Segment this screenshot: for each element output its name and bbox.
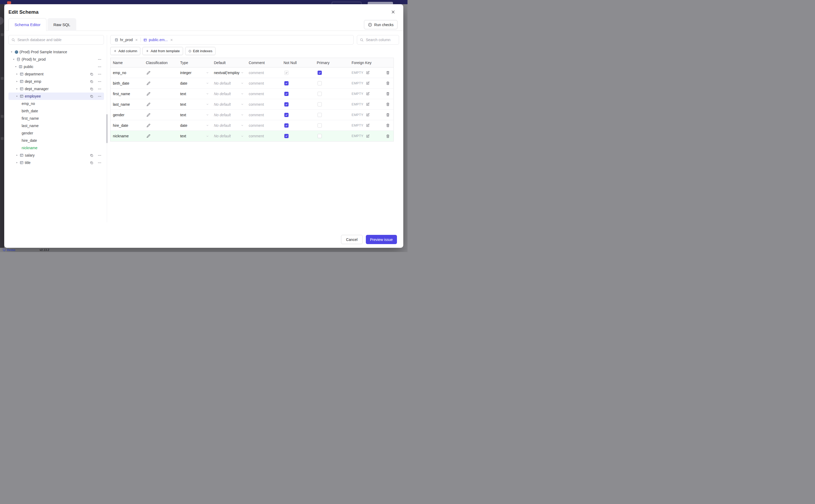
comment-input[interactable]: [249, 113, 277, 117]
classification-edit-button[interactable]: [146, 123, 151, 128]
delete-column-button[interactable]: [385, 70, 390, 75]
delete-column-button[interactable]: [385, 80, 390, 86]
delete-column-button[interactable]: [385, 91, 390, 96]
type-select[interactable]: date: [178, 81, 211, 85]
default-select[interactable]: No default: [211, 113, 246, 117]
copy-icon[interactable]: [89, 94, 94, 99]
tree-item-table-title[interactable]: title: [8, 159, 104, 166]
tree-item-column-hire-date[interactable]: hire_date: [8, 137, 104, 144]
copy-icon[interactable]: [89, 160, 94, 165]
default-select[interactable]: nextval('employ: [211, 71, 246, 75]
classification-edit-button[interactable]: [146, 133, 151, 139]
tree-item-column-birth-date[interactable]: birth_date: [8, 107, 104, 115]
classification-edit-button[interactable]: [146, 70, 151, 75]
tree-search-input[interactable]: [17, 38, 101, 42]
primary-checkbox[interactable]: [317, 123, 322, 128]
classification-edit-button[interactable]: [146, 81, 151, 86]
copy-icon[interactable]: [89, 86, 94, 91]
primary-checkbox[interactable]: [317, 92, 322, 96]
tree-item-instance[interactable]: (Prod) Prod Sample Instance: [8, 48, 104, 56]
primary-checkbox[interactable]: [317, 81, 322, 85]
chevron-down-icon[interactable]: [12, 58, 16, 61]
type-select[interactable]: text: [178, 102, 211, 106]
type-select[interactable]: text: [178, 113, 211, 117]
tree-item-column-first-name[interactable]: first_name: [8, 115, 104, 122]
type-select[interactable]: integer: [178, 71, 211, 75]
edit-foreign-key-button[interactable]: [365, 134, 370, 139]
delete-column-button[interactable]: [385, 123, 390, 128]
more-icon[interactable]: [97, 71, 102, 77]
comment-input[interactable]: [249, 123, 277, 128]
more-icon[interactable]: [97, 160, 102, 166]
not-null-checkbox[interactable]: [284, 81, 288, 85]
close-icon[interactable]: [135, 38, 138, 41]
classification-edit-button[interactable]: [146, 112, 151, 118]
tree-item-column-gender[interactable]: gender: [8, 129, 104, 137]
chevron-right-icon[interactable]: [15, 88, 19, 90]
more-icon[interactable]: [97, 94, 102, 99]
tree-item-table-dept-emp[interactable]: dept_emp: [8, 78, 104, 85]
more-icon[interactable]: [97, 79, 102, 84]
more-icon[interactable]: [97, 64, 102, 70]
type-select[interactable]: date: [178, 123, 211, 128]
not-null-checkbox[interactable]: [284, 123, 288, 128]
default-select[interactable]: No default: [211, 102, 246, 106]
cancel-button[interactable]: Cancel: [341, 235, 363, 244]
close-button[interactable]: [390, 9, 396, 15]
chevron-right-icon[interactable]: [15, 73, 19, 75]
run-checks-button[interactable]: Run checks: [364, 20, 397, 29]
tab-chip-public-employee[interactable]: public.em...: [141, 35, 176, 44]
column-search-input[interactable]: [366, 38, 396, 42]
chevron-right-icon[interactable]: [15, 80, 19, 83]
more-icon[interactable]: [97, 153, 102, 158]
not-null-checkbox[interactable]: [284, 102, 288, 106]
preview-issue-button[interactable]: Preview issue: [366, 235, 397, 244]
tab-raw-sql[interactable]: Raw SQL: [47, 18, 76, 31]
edit-foreign-key-button[interactable]: [365, 112, 370, 117]
tree-item-column-emp-no[interactable]: emp_no: [8, 100, 104, 107]
copy-icon[interactable]: [89, 153, 94, 158]
comment-input[interactable]: [249, 134, 277, 138]
default-select[interactable]: No default: [211, 123, 246, 128]
copy-icon[interactable]: [89, 72, 94, 77]
edit-foreign-key-button[interactable]: [365, 70, 370, 75]
edit-indexes-button[interactable]: Edit indexes: [185, 47, 216, 55]
edit-foreign-key-button[interactable]: [365, 81, 370, 86]
tree-item-table-employee[interactable]: employee: [8, 93, 104, 100]
delete-column-button[interactable]: [385, 133, 390, 139]
not-null-checkbox[interactable]: [284, 92, 288, 96]
chevron-down-icon[interactable]: [14, 65, 18, 68]
not-null-checkbox[interactable]: [284, 134, 288, 138]
edit-foreign-key-button[interactable]: [365, 123, 370, 128]
copy-icon[interactable]: [89, 79, 94, 84]
primary-checkbox[interactable]: [317, 113, 322, 117]
demo-link[interactable]: Demo: [7, 248, 15, 252]
chevron-down-icon[interactable]: [15, 95, 19, 98]
classification-edit-button[interactable]: [146, 91, 151, 96]
chevron-down-icon[interactable]: [9, 51, 14, 53]
delete-column-button[interactable]: [385, 112, 390, 118]
default-select[interactable]: No default: [211, 81, 246, 85]
edit-foreign-key-button[interactable]: [365, 102, 370, 107]
primary-checkbox[interactable]: [317, 102, 322, 106]
default-select[interactable]: No default: [211, 92, 246, 96]
not-null-checkbox[interactable]: [284, 113, 288, 117]
tab-schema-editor[interactable]: Schema Editor: [8, 18, 46, 31]
tree-item-schema-public[interactable]: public: [8, 63, 104, 70]
primary-checkbox[interactable]: [317, 71, 322, 75]
classification-edit-button[interactable]: [146, 102, 151, 107]
add-column-button[interactable]: Add column: [110, 47, 140, 55]
default-select[interactable]: No default: [211, 134, 246, 138]
comment-input[interactable]: [249, 71, 277, 75]
tree-item-table-salary[interactable]: salary: [8, 152, 104, 159]
chevron-right-icon[interactable]: [15, 161, 19, 164]
not-null-checkbox[interactable]: [284, 71, 288, 75]
delete-column-button[interactable]: [385, 101, 390, 107]
comment-input[interactable]: [249, 102, 277, 106]
primary-checkbox[interactable]: [317, 134, 322, 138]
tree-item-table-dept-manager[interactable]: dept_manager: [8, 85, 104, 93]
more-icon[interactable]: [97, 57, 102, 62]
comment-input[interactable]: [249, 81, 277, 85]
close-icon[interactable]: [170, 38, 173, 41]
type-select[interactable]: text: [178, 134, 211, 138]
